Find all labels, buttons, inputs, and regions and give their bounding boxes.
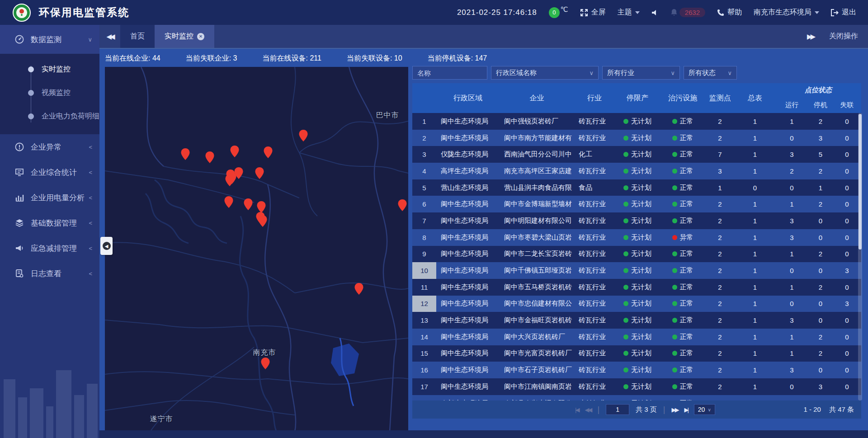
cell-plan: 无计划: [615, 130, 660, 146]
cell-region: 阆中生态环境局: [436, 329, 500, 345]
first-page-button[interactable]: |◀: [575, 406, 578, 413]
map-marker-pin[interactable]: [224, 196, 234, 210]
table-row[interactable]: 14 阆中生态环境局 阆中大兴页岩机砖厂 砖瓦行业 无计划 正常 2 1 1 2…: [412, 329, 861, 345]
cell-industry: 砖瓦行业: [574, 362, 615, 378]
table-row[interactable]: 11 阆中生态环境局 阆中市五马桥页岩机砖 砖瓦行业 无计划 正常 2 1 1 …: [412, 279, 861, 296]
table-row[interactable]: 4 高坪生态环境局 南充市高坪区王家店建 砖瓦行业 无计划 正常 3 1 2 2…: [412, 163, 861, 179]
col-header-lost: 失联: [833, 97, 861, 113]
map-marker-pin[interactable]: [258, 215, 268, 229]
table-row[interactable]: 13 阆中生态环境局 阆中市金福旺页岩机砖 砖瓦行业 无计划 正常 2 1 3 …: [412, 312, 861, 329]
sidebar-item-label: 企业异常: [31, 142, 61, 152]
table-row[interactable]: 6 阆中生态环境局 阆中市金博瑞新型墙材 砖瓦行业 无计划 正常 2 1 1 2…: [412, 196, 861, 212]
map-marker-pin[interactable]: [243, 198, 253, 212]
sidebar-item-data-monitor[interactable]: 数据监测 ∨: [0, 25, 99, 54]
table-row[interactable]: 16 阆中生态环境局 阆中市石子页岩机砖厂 砖瓦行业 无计划 正常 2 1 3 …: [412, 362, 861, 378]
map-marker-pin[interactable]: [234, 167, 244, 181]
table-row[interactable]: 18 南部生态环境局 南部县砌兴水泥有限公 建材行业 无计划 正常 5 0 0 …: [412, 395, 861, 400]
map-collapse-button[interactable]: ◀: [100, 237, 113, 255]
cell-industry: 食品: [574, 179, 615, 196]
datetime-text: 2021-02-25 17:46:18: [457, 8, 537, 17]
status-select[interactable]: 所有状态 ∨: [684, 66, 737, 80]
table-row[interactable]: 9 阆中生态环境局 阆中市二龙长宝页岩砖 砖瓦行业 无计划 正常 2 1 1 2…: [412, 246, 861, 263]
table-row[interactable]: 10 阆中生态环境局 阆中千佛镇五郎垭页岩 砖瓦行业 无计划 正常 2 1 0 …: [412, 262, 861, 279]
cell-monitor-count: 1: [705, 179, 735, 196]
table-row[interactable]: 5 营山生态环境局 营山县润丰肉食品有限 食品 无计划 正常 1 0 0 1 0: [412, 179, 861, 196]
table-row[interactable]: 2 阆中生态环境局 阆中市南方节能建材有 砖瓦行业 无计划 正常 2 1 0 3…: [412, 130, 861, 146]
cell-stopped-count: 3: [808, 378, 833, 395]
prev-page-button[interactable]: ◀◀: [585, 406, 591, 413]
col-header-index: [412, 83, 436, 113]
map-marker-pin[interactable]: [263, 146, 273, 160]
logout-button[interactable]: 退出: [831, 8, 856, 17]
close-icon[interactable]: ✕: [197, 33, 204, 40]
cell-facility: 正常: [660, 345, 705, 362]
sidebar-item-power-analysis[interactable]: 企业用电量分析 <: [0, 185, 99, 210]
table-body: 1 阆中生态环境局 阆中强锐页岩砖厂 砖瓦行业 无计划 正常 2 1 1 2 0…: [412, 113, 861, 400]
cell-company: 阆中市南方节能建材有: [500, 130, 574, 146]
table-scrollbar[interactable]: [858, 113, 862, 400]
cell-total-meter: 1: [735, 362, 775, 378]
region-select[interactable]: 行政区域名称 ∨: [491, 66, 599, 80]
map-city-label-nanchong: 南充市: [253, 348, 276, 358]
cell-facility: 正常: [660, 163, 705, 179]
map-marker-pin[interactable]: [260, 357, 270, 372]
table-row[interactable]: 15 阆中生态环境局 阆中市光富页岩机砖厂 砖瓦行业 无计划 正常 2 1 1 …: [412, 345, 861, 362]
notifications-button[interactable]: 2632: [670, 8, 705, 17]
table-row[interactable]: 3 仪陇生态环境局 西南油气田分公司川中 化工 无计划 正常 7 1 3 5 0: [412, 146, 861, 163]
tabs-scroll-right-button[interactable]: ▶▶: [807, 33, 814, 41]
map-marker-pin[interactable]: [397, 199, 407, 213]
map-panel[interactable]: 巴中市 南充市 遂宁市: [105, 67, 408, 432]
cell-company: 营山县润丰肉食品有限: [500, 179, 574, 196]
sidebar-item-power-load-detail[interactable]: 企业电力负荷明细: [0, 104, 99, 128]
close-operations-button[interactable]: 关闭操作: [829, 32, 858, 41]
col-header-plan: 停限产: [615, 83, 660, 113]
help-button[interactable]: 帮助: [717, 8, 742, 17]
cell-index: 16: [412, 362, 436, 378]
map-marker-pin[interactable]: [225, 174, 235, 188]
next-page-button[interactable]: ▶▶: [671, 406, 678, 413]
cell-stopped-count: 0: [808, 362, 833, 378]
map-marker-pin[interactable]: [298, 129, 308, 144]
sidebar-item-enterprise-abnormal[interactable]: 企业异常 <: [0, 134, 99, 160]
map-marker-pin[interactable]: [205, 151, 215, 165]
table-row[interactable]: 1 阆中生态环境局 阆中强锐页岩砖厂 砖瓦行业 无计划 正常 2 1 1 2 0: [412, 113, 861, 130]
table-row[interactable]: 8 阆中生态环境局 阆中市枣碧大梁山页岩 砖瓦行业 无计划 异常 2 1 3 0…: [412, 229, 861, 246]
cell-index: 8: [412, 229, 436, 246]
sidebar-item-video-monitor[interactable]: 视频监控: [0, 81, 99, 104]
sidebar-item-enterprise-stats[interactable]: 企业综合统计 <: [0, 160, 99, 185]
last-page-button[interactable]: ▶|: [684, 406, 687, 413]
map-marker-pin[interactable]: [354, 283, 364, 297]
fullscreen-button[interactable]: 全屏: [580, 8, 606, 17]
status-dot-green: [672, 268, 677, 273]
sidebar-item-realtime-monitor[interactable]: 实时监控: [0, 57, 99, 81]
sidebar-item-log-view[interactable]: 日志查看 <: [0, 261, 99, 286]
sidebar-item-base-data[interactable]: 基础数据管理 <: [0, 210, 99, 235]
tab-home[interactable]: 首页: [120, 25, 155, 48]
cell-region: 阆中生态环境局: [436, 196, 500, 212]
stats-bar: 当前在线企业: 44 当前失联企业: 3 当前在线设备: 211 当前失联设备:…: [105, 50, 602, 67]
sidebar-item-emergency-reduce[interactable]: 应急减排管理 <: [0, 235, 99, 261]
cell-lost-count: 0: [833, 279, 861, 296]
name-search-input[interactable]: [417, 69, 482, 77]
tab-realtime-monitor[interactable]: 实时监控 ✕: [155, 25, 214, 48]
table-row[interactable]: 12 阆中生态环境局 阆中市忠信建材有限公 砖瓦行业 无计划 正常 2 1 0 …: [412, 296, 861, 312]
theme-dropdown[interactable]: 主题: [618, 8, 640, 17]
chevron-down-icon: ∨: [727, 70, 732, 76]
theme-label: 主题: [618, 8, 632, 17]
map-marker-pin[interactable]: [230, 145, 240, 160]
page-number-input[interactable]: [606, 404, 629, 415]
map-marker-pin[interactable]: [255, 167, 264, 181]
map-marker-pin[interactable]: [180, 148, 190, 162]
region-select-value: 行政区域名称: [496, 69, 537, 77]
industry-select[interactable]: 所有行业 ∨: [602, 66, 680, 80]
cell-total-meter: 1: [735, 296, 775, 312]
status-dot-green: [672, 251, 677, 256]
sound-button[interactable]: [651, 9, 659, 16]
cell-monitor-count: 5: [705, 395, 735, 400]
org-dropdown[interactable]: 南充市生态环境局: [754, 8, 819, 17]
page-size-select[interactable]: 20 ∨: [694, 404, 715, 415]
cell-industry: 砖瓦行业: [574, 262, 615, 279]
tabs-scroll-left-button[interactable]: ◀◀: [99, 25, 120, 48]
table-row[interactable]: 7 阆中生态环境局 阆中明阳建材有限公司 砖瓦行业 无计划 正常 2 1 3 0…: [412, 212, 861, 229]
table-row[interactable]: 17 阆中生态环境局 阆中市江南镇阆南页岩 砖瓦行业 无计划 正常 2 1 0 …: [412, 378, 861, 395]
